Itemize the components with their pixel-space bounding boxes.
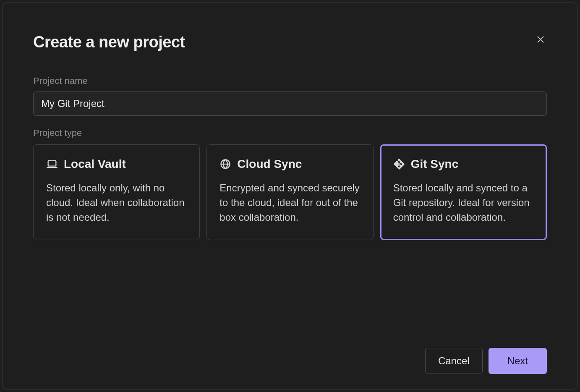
dialog-footer: Cancel Next [33,331,547,374]
option-title: Git Sync [411,157,459,171]
close-icon [536,35,545,45]
close-button[interactable] [534,33,547,47]
option-description: Encrypted and synced securely to the clo… [219,181,360,225]
project-name-label: Project name [33,76,547,86]
create-project-dialog: Create a new project Project name Projec… [3,3,577,389]
project-type-label: Project type [33,128,547,139]
project-name-group: Project name [33,76,547,116]
option-git-sync[interactable]: Git Sync Stored locally and synced to a … [380,144,547,240]
project-type-options: Local Vault Stored locally only, with no… [33,144,547,240]
option-title-row: Git Sync [393,157,534,171]
dialog-header: Create a new project [33,33,547,51]
git-icon [393,158,405,170]
option-local-vault[interactable]: Local Vault Stored locally only, with no… [33,144,200,240]
cancel-button[interactable]: Cancel [425,348,483,374]
option-title-row: Cloud Sync [219,157,360,171]
project-name-input[interactable] [33,91,547,116]
svg-rect-0 [48,161,56,166]
option-title: Cloud Sync [237,157,302,171]
option-description: Stored locally and synced to a Git repos… [393,181,534,225]
dialog-title: Create a new project [33,33,185,51]
option-cloud-sync[interactable]: Cloud Sync Encrypted and synced securely… [206,144,373,240]
globe-icon [219,158,231,170]
laptop-icon [46,158,58,170]
option-description: Stored locally only, with no cloud. Idea… [46,181,187,225]
next-button[interactable]: Next [489,348,547,374]
option-title: Local Vault [64,157,126,171]
option-title-row: Local Vault [46,157,187,171]
